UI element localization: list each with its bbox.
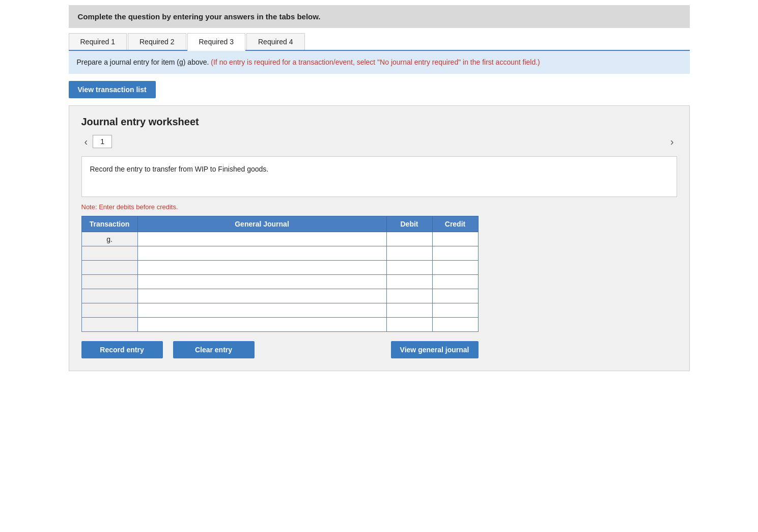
general-journal-input-1[interactable]	[138, 246, 386, 260]
credit-cell-0[interactable]	[432, 232, 478, 246]
info-plain: Prepare a journal entry for item (g) abo…	[77, 58, 211, 66]
debit-input-5[interactable]	[387, 303, 432, 317]
record-entry-button[interactable]: Record entry	[81, 341, 163, 358]
general-journal-input-4[interactable]	[138, 289, 386, 303]
general-journal-input-5[interactable]	[138, 303, 386, 317]
debit-cell-6[interactable]	[386, 318, 432, 332]
debit-cell-1[interactable]	[386, 246, 432, 261]
general-journal-cell-3[interactable]	[137, 275, 386, 289]
debit-cell-0[interactable]	[386, 232, 432, 246]
general-journal-input-3[interactable]	[138, 275, 386, 289]
bottom-buttons-row: Record entry Clear entry View general jo…	[81, 341, 479, 358]
description-text: Record the entry to transfer from WIP to…	[90, 165, 269, 173]
table-row	[81, 246, 478, 261]
credit-input-3[interactable]	[433, 275, 478, 289]
transaction-cell-6	[81, 318, 137, 332]
general-journal-cell-4[interactable]	[137, 289, 386, 303]
general-journal-cell-5[interactable]	[137, 303, 386, 318]
credit-cell-4[interactable]	[432, 289, 478, 303]
debit-input-2[interactable]	[387, 261, 432, 274]
debit-input-6[interactable]	[387, 318, 432, 331]
credit-input-0[interactable]	[433, 232, 478, 246]
tab-required-3[interactable]: Required 3	[187, 33, 246, 51]
general-journal-cell-1[interactable]	[137, 246, 386, 261]
transaction-cell-0: g.	[81, 232, 137, 246]
debit-cell-4[interactable]	[386, 289, 432, 303]
page-number: 1	[93, 135, 112, 148]
view-transaction-button[interactable]: View transaction list	[69, 81, 156, 98]
credit-cell-1[interactable]	[432, 246, 478, 261]
credit-input-4[interactable]	[433, 289, 478, 303]
general-journal-cell-2[interactable]	[137, 261, 386, 275]
note-text: Note: Enter debits before credits.	[81, 203, 677, 211]
tab-required-4[interactable]: Required 4	[246, 33, 305, 50]
worksheet-title: Journal entry worksheet	[81, 116, 677, 128]
general-journal-input-0[interactable]	[138, 232, 386, 246]
instruction-bar: Complete the question by entering your a…	[69, 5, 690, 28]
worksheet-card: Journal entry worksheet ‹ 1 › Record the…	[69, 105, 690, 371]
credit-input-5[interactable]	[433, 303, 478, 317]
journal-table: Transaction General Journal Debit Credit…	[81, 216, 479, 332]
col-header-debit: Debit	[386, 216, 432, 232]
col-header-general-journal: General Journal	[137, 216, 386, 232]
view-general-journal-button[interactable]: View general journal	[391, 341, 479, 358]
general-journal-cell-6[interactable]	[137, 318, 386, 332]
transaction-cell-2	[81, 261, 137, 275]
credit-input-1[interactable]	[433, 246, 478, 260]
debit-input-0[interactable]	[387, 232, 432, 246]
transaction-cell-5	[81, 303, 137, 318]
view-transaction-row: View transaction list	[69, 81, 690, 98]
transaction-cell-4	[81, 289, 137, 303]
credit-cell-3[interactable]	[432, 275, 478, 289]
debit-cell-5[interactable]	[386, 303, 432, 318]
table-row: g.	[81, 232, 478, 246]
general-journal-input-2[interactable]	[138, 261, 386, 274]
col-header-transaction: Transaction	[81, 216, 137, 232]
table-row	[81, 303, 478, 318]
nav-row: ‹ 1 ›	[81, 135, 677, 148]
next-page-button[interactable]: ›	[667, 136, 677, 147]
description-box: Record the entry to transfer from WIP to…	[81, 156, 677, 197]
table-row	[81, 289, 478, 303]
credit-input-6[interactable]	[433, 318, 478, 331]
debit-input-1[interactable]	[387, 246, 432, 260]
table-header-row: Transaction General Journal Debit Credit	[81, 216, 478, 232]
credit-cell-2[interactable]	[432, 261, 478, 275]
credit-input-2[interactable]	[433, 261, 478, 274]
debit-cell-2[interactable]	[386, 261, 432, 275]
table-row	[81, 261, 478, 275]
credit-cell-5[interactable]	[432, 303, 478, 318]
debit-input-3[interactable]	[387, 275, 432, 289]
info-bar: Prepare a journal entry for item (g) abo…	[69, 51, 690, 74]
credit-cell-6[interactable]	[432, 318, 478, 332]
debit-input-4[interactable]	[387, 289, 432, 303]
info-red: (If no entry is required for a transacti…	[211, 58, 540, 66]
tab-required-1[interactable]: Required 1	[69, 33, 127, 50]
transaction-cell-3	[81, 275, 137, 289]
col-header-credit: Credit	[432, 216, 478, 232]
tab-required-2[interactable]: Required 2	[128, 33, 186, 50]
tabs-row: Required 1Required 2Required 3Required 4	[69, 33, 690, 51]
transaction-cell-1	[81, 246, 137, 261]
table-row	[81, 275, 478, 289]
debit-cell-3[interactable]	[386, 275, 432, 289]
prev-page-button[interactable]: ‹	[81, 136, 91, 147]
instruction-text: Complete the question by entering your a…	[78, 12, 321, 21]
clear-entry-button[interactable]: Clear entry	[173, 341, 255, 358]
general-journal-cell-0[interactable]	[137, 232, 386, 246]
general-journal-input-6[interactable]	[138, 318, 386, 331]
table-row	[81, 318, 478, 332]
